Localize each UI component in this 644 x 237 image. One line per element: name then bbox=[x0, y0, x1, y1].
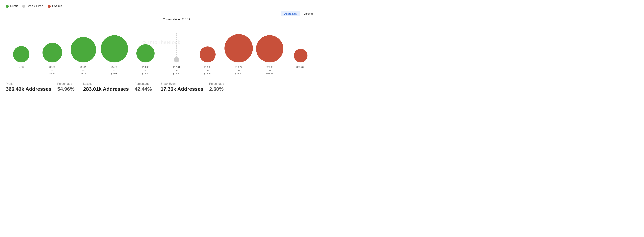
profit-addresses-stat: Profit 366.49k Addresses bbox=[6, 82, 52, 94]
x-label-9: $98.48+ bbox=[285, 65, 316, 75]
bubble-8 bbox=[256, 35, 283, 62]
profit-label: Profit bbox=[10, 4, 18, 8]
bubble-col-3 bbox=[99, 33, 130, 62]
losses-pct-label: Percentage bbox=[134, 82, 152, 85]
bubble-4 bbox=[136, 44, 154, 62]
profit-pct-label: Percentage bbox=[57, 82, 74, 85]
losses-pct-value: 42.44% bbox=[134, 86, 152, 92]
legend-breakeven: Break Even bbox=[22, 4, 44, 8]
x-label-3: $7.05to$10.00 bbox=[99, 65, 130, 75]
losses-stat-group: Losses 283.01k Addresses Percentage 42.4… bbox=[83, 82, 152, 94]
breakeven-addresses-label: Break Even bbox=[160, 82, 204, 85]
breakeven-pct-label: Percentage bbox=[209, 82, 224, 85]
profit-pct-stat: Percentage 54.96% bbox=[57, 82, 74, 94]
legend-profit: Profit bbox=[6, 4, 18, 8]
bubble-9 bbox=[294, 49, 308, 62]
legend-losses: Losses bbox=[48, 4, 62, 8]
current-price-label: Current Price: $13.11 bbox=[163, 18, 190, 21]
losses-label: Losses bbox=[52, 4, 62, 8]
bubble-6 bbox=[200, 46, 216, 62]
breakeven-dot bbox=[22, 5, 25, 8]
bubble-5 bbox=[174, 57, 179, 62]
bubble-0 bbox=[13, 46, 30, 62]
addresses-toggle-btn[interactable]: Addresses bbox=[281, 11, 300, 16]
x-label-6: $13.60to$16.24 bbox=[192, 65, 223, 75]
bubble-col-8 bbox=[254, 33, 285, 62]
losses-addresses-stat: Losses 283.01k Addresses bbox=[83, 82, 129, 94]
x-label-4: $10.00to$12.40 bbox=[130, 65, 161, 75]
bubble-col-9 bbox=[285, 33, 316, 62]
losses-pct-stat: Percentage 42.44% bbox=[134, 82, 152, 94]
bubble-7 bbox=[224, 34, 253, 62]
x-label-5: $12.41to$13.60 bbox=[161, 65, 192, 75]
bubbles-row bbox=[6, 22, 316, 62]
profit-dot bbox=[6, 5, 9, 8]
breakeven-addresses-stat: Break Even 17.36k Addresses bbox=[160, 82, 204, 94]
losses-underline: 283.01k Addresses bbox=[83, 86, 129, 93]
losses-addresses-value: 283.01k Addresses bbox=[83, 86, 129, 92]
chart-area: Current Price: $13.11 IntoTheBlock bbox=[6, 18, 316, 75]
x-label-1: $0.00to$6.11 bbox=[37, 65, 68, 75]
bubble-2 bbox=[71, 37, 96, 62]
losses-addresses-label: Losses bbox=[83, 82, 129, 85]
chart-divider bbox=[6, 64, 316, 64]
x-label-2: $6.11to$7.05 bbox=[68, 65, 99, 75]
x-label-7: $16.24to$26.99 bbox=[223, 65, 254, 75]
bubble-col-4 bbox=[130, 33, 161, 62]
breakeven-stat-group: Break Even 17.36k Addresses Percentage 2… bbox=[160, 82, 224, 94]
profit-addresses-label: Profit bbox=[6, 82, 52, 85]
bubble-col-2 bbox=[68, 33, 99, 62]
view-toggle: Addresses Volume bbox=[281, 11, 316, 16]
bubble-col-6 bbox=[192, 33, 223, 62]
x-label-8: $26.99to$98.48 bbox=[254, 65, 285, 75]
breakeven-label: Break Even bbox=[26, 4, 44, 8]
breakeven-pct-stat: Percentage 2.60% bbox=[209, 82, 224, 94]
profit-underline: 366.49k Addresses bbox=[6, 86, 52, 93]
profit-pct-value: 54.96% bbox=[57, 86, 74, 92]
bubble-3 bbox=[101, 35, 128, 62]
breakeven-addresses-value: 17.36k Addresses bbox=[160, 86, 204, 92]
x-axis: < $0 $0.00to$6.11 $6.11to$7.05 $7.05to$1… bbox=[6, 65, 316, 75]
bubble-col-1 bbox=[37, 33, 68, 62]
top-controls: Addresses Volume bbox=[6, 11, 316, 16]
bubble-1 bbox=[42, 43, 62, 62]
x-label-0: < $0 bbox=[6, 65, 37, 75]
bubble-col-0 bbox=[6, 33, 37, 62]
legend: Profit Break Even Losses bbox=[6, 4, 316, 8]
profit-addresses-value: 366.49k Addresses bbox=[6, 86, 52, 92]
breakeven-pct-value: 2.60% bbox=[209, 86, 224, 92]
stats-row: Profit 366.49k Addresses Percentage 54.9… bbox=[6, 79, 316, 94]
profit-stat-group: Profit 366.49k Addresses Percentage 54.9… bbox=[6, 82, 74, 94]
bubble-col-7 bbox=[223, 33, 254, 62]
bubble-col-5 bbox=[161, 33, 192, 62]
volume-toggle-btn[interactable]: Volume bbox=[300, 11, 316, 16]
losses-dot bbox=[48, 5, 51, 8]
